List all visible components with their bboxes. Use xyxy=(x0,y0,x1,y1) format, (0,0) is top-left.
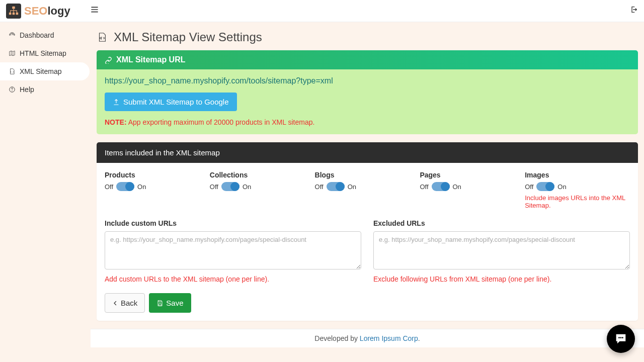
panel-header-text: Items included in the XML sitemap xyxy=(105,148,220,157)
svg-rect-2 xyxy=(13,12,15,15)
sidebar: Dashboard HTML Sitemap XML Sitemap Help xyxy=(0,22,91,362)
toggle-row: Products Off On Collections Off On xyxy=(105,171,630,209)
off-label: Off xyxy=(315,183,324,191)
sidebar-item-help[interactable]: Help xyxy=(0,80,90,99)
footer-suffix: . xyxy=(418,334,420,342)
toggle-label: Collections xyxy=(210,171,315,179)
svg-rect-3 xyxy=(16,12,19,15)
footer-prefix: Developed by xyxy=(314,334,360,342)
svg-point-8 xyxy=(622,337,623,338)
toggle-collections: Collections Off On xyxy=(210,171,315,209)
toggle-pages: Pages Off On xyxy=(420,171,525,209)
sidebar-item-xml-sitemap[interactable]: XML Sitemap xyxy=(0,62,90,80)
sitemap-url-link[interactable]: https://your_shop_name.myshopify.com/too… xyxy=(105,76,333,85)
on-label: On xyxy=(243,183,251,191)
on-label: On xyxy=(557,183,566,191)
export-note: NOTE: App exporting maximum of 20000 pro… xyxy=(105,118,630,126)
sidebar-item-label: Help xyxy=(20,85,34,94)
toggle-label: Blogs xyxy=(315,171,420,179)
chat-icon xyxy=(614,332,628,346)
footer: Developed by Lorem Ipsum Corp. xyxy=(91,329,644,347)
submit-sitemap-label: Submit XML Sitemap to Google xyxy=(123,98,229,106)
brand-logo[interactable]: SEOlogy xyxy=(6,4,70,19)
code-file-icon xyxy=(8,68,16,75)
map-icon xyxy=(8,50,16,57)
collections-switch[interactable] xyxy=(221,182,239,191)
chat-widget-button[interactable] xyxy=(607,325,635,353)
xml-sitemap-url-panel: XML Sitemap URL https://your_shop_name.m… xyxy=(97,50,638,134)
products-switch[interactable] xyxy=(116,182,134,191)
exclude-urls-textarea[interactable] xyxy=(373,231,630,269)
on-label: On xyxy=(348,183,356,191)
upload-icon xyxy=(113,99,120,106)
off-label: Off xyxy=(420,183,428,191)
action-buttons: Back Save xyxy=(105,293,630,313)
save-icon xyxy=(156,300,164,307)
chevron-left-icon xyxy=(112,300,118,306)
exclude-urls-column: Excluded URLs Exclude following URLs fro… xyxy=(373,219,630,283)
main-content: XML Sitemap View Settings XML Sitemap UR… xyxy=(91,22,644,362)
svg-point-7 xyxy=(620,337,622,338)
brand-text-seo: SEO xyxy=(24,5,47,17)
images-switch[interactable] xyxy=(536,182,554,191)
note-prefix: NOTE: xyxy=(105,118,127,126)
sidebar-item-html-sitemap[interactable]: HTML Sitemap xyxy=(0,44,90,62)
brand-text-logy: logy xyxy=(47,5,70,17)
brand-mark-icon xyxy=(6,4,21,19)
panel-header: Items included in the XML sitemap xyxy=(97,142,638,163)
save-button[interactable]: Save xyxy=(149,293,191,313)
off-label: Off xyxy=(210,183,218,191)
blogs-switch[interactable] xyxy=(327,182,345,191)
exclude-urls-help: Exclude following URLs from XML sitemap … xyxy=(373,275,630,283)
panel-body: https://your_shop_name.myshopify.com/too… xyxy=(97,69,638,134)
sidebar-item-label: HTML Sitemap xyxy=(20,49,66,57)
sidebar-item-label: XML Sitemap xyxy=(20,67,62,75)
url-columns: Include custom URLs Add custom URLs to t… xyxy=(105,219,630,283)
svg-point-6 xyxy=(618,337,620,338)
page-title-text: XML Sitemap View Settings xyxy=(114,30,262,44)
save-button-label: Save xyxy=(166,299,183,307)
toggle-images: Images Off On Include images URLs into t… xyxy=(525,171,630,209)
link-icon xyxy=(105,56,112,64)
svg-rect-0 xyxy=(12,6,15,9)
page-title: XML Sitemap View Settings xyxy=(97,30,638,44)
footer-link[interactable]: Lorem Ipsum Corp xyxy=(360,334,418,342)
note-text: App exporting maximum of 20000 products … xyxy=(127,118,315,126)
sidebar-toggle-button[interactable] xyxy=(91,6,99,16)
logout-button[interactable] xyxy=(630,6,638,16)
top-navbar: SEOlogy xyxy=(0,0,644,22)
toggle-products: Products Off On xyxy=(105,171,210,209)
svg-point-5 xyxy=(12,90,12,91)
include-urls-help: Add custom URLs to the XML sitemap (one … xyxy=(105,275,361,283)
on-label: On xyxy=(453,183,461,191)
include-urls-label: Include custom URLs xyxy=(105,219,361,227)
dashboard-icon xyxy=(8,32,16,39)
code-file-icon xyxy=(97,32,108,43)
images-help-text: Include images URLs into the XML Sitemap… xyxy=(525,194,630,209)
back-button-label: Back xyxy=(121,299,137,307)
off-label: Off xyxy=(105,183,113,191)
off-label: Off xyxy=(525,183,533,191)
panel-header-text: XML Sitemap URL xyxy=(116,55,186,64)
help-icon xyxy=(8,86,16,94)
exclude-urls-label: Excluded URLs xyxy=(373,219,630,227)
back-button[interactable]: Back xyxy=(105,293,145,313)
sidebar-item-dashboard[interactable]: Dashboard xyxy=(0,26,90,44)
toggle-label: Images xyxy=(525,171,630,179)
on-label: On xyxy=(137,183,146,191)
toggle-label: Pages xyxy=(420,171,525,179)
include-urls-column: Include custom URLs Add custom URLs to t… xyxy=(105,219,361,283)
panel-header: XML Sitemap URL xyxy=(97,50,638,69)
submit-sitemap-button[interactable]: Submit XML Sitemap to Google xyxy=(105,93,237,111)
include-urls-textarea[interactable] xyxy=(105,231,361,269)
toggle-label: Products xyxy=(105,171,210,179)
pages-switch[interactable] xyxy=(432,182,450,191)
items-included-panel: Items included in the XML sitemap Produc… xyxy=(97,142,638,321)
sidebar-item-label: Dashboard xyxy=(20,31,54,39)
svg-rect-1 xyxy=(9,12,12,15)
toggle-blogs: Blogs Off On xyxy=(315,171,420,209)
